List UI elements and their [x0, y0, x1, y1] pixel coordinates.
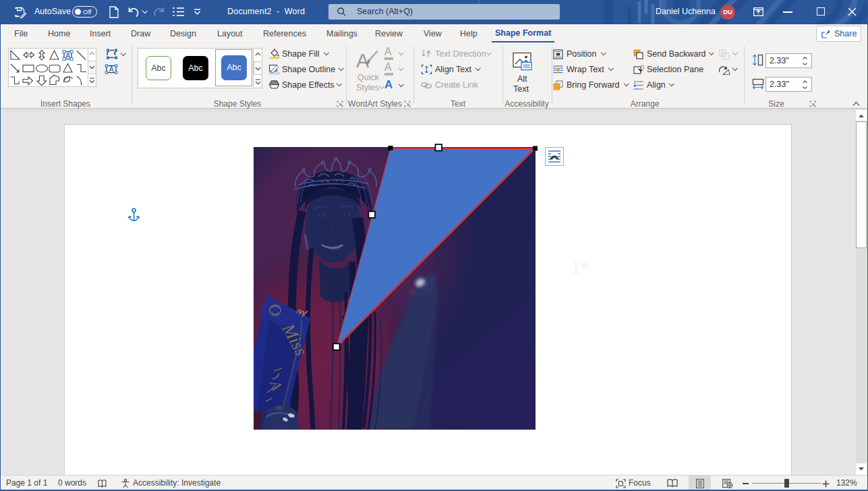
svg-text:A: A	[356, 50, 370, 71]
svg-text:A: A	[65, 52, 70, 59]
svg-text:A: A	[109, 65, 113, 73]
svg-text:A: A	[427, 49, 431, 55]
